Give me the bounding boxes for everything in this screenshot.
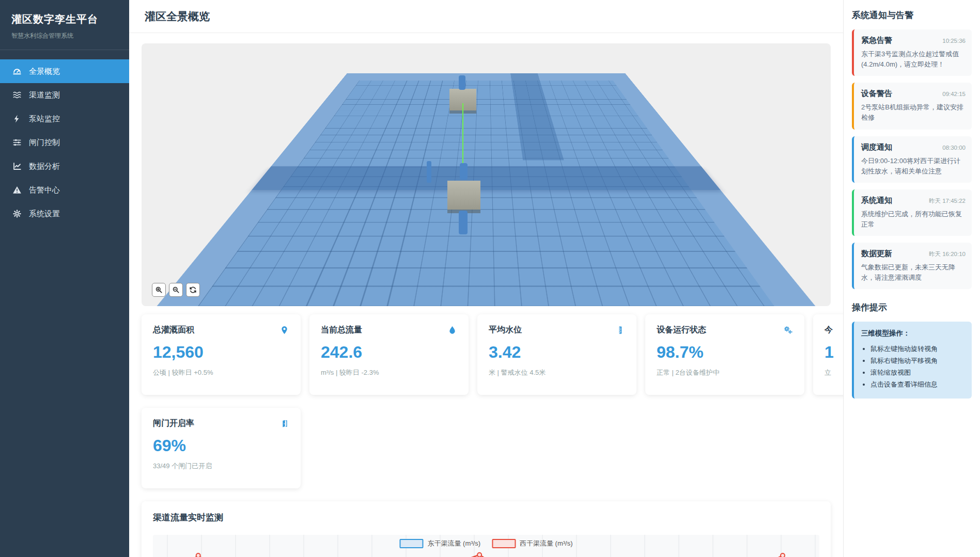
app-brand: 灌区数字孪生平台 智慧水利综合管理系统 xyxy=(0,0,129,50)
stat-title: 总灌溉面积 xyxy=(153,325,194,336)
notification-dispatch-notice[interactable]: 调度通知 08:30:00 今日9:00-12:00将对西干渠进行计划性放水，请… xyxy=(852,136,972,183)
pump-station-model[interactable] xyxy=(447,181,480,210)
sliders-icon xyxy=(12,138,22,147)
notification-time: 昨天 17:45:22 xyxy=(929,197,966,205)
chart-line-icon xyxy=(12,162,22,171)
tip-item: 鼠标左键拖动旋转视角 xyxy=(870,343,966,355)
sidebar-item-settings[interactable]: 系统设置 xyxy=(0,202,129,226)
viewer-controls xyxy=(152,283,200,297)
gears-icon xyxy=(783,325,793,335)
notification-device-warning[interactable]: 设备警告 09:42:15 2号泵站B机组振动异常，建议安排检修 xyxy=(852,83,972,129)
notification-body: 今日9:00-12:00将对西干渠进行计划性放水，请相关单位注意 xyxy=(861,156,966,177)
stat-footer: 正常 | 2台设备维护中 xyxy=(657,368,793,377)
pipe-cylinder xyxy=(460,163,468,180)
stat-card-gate-open-rate: 闸门开启率 69% 33/49 个闸门已开启 xyxy=(142,408,301,488)
notifications-panel: 系统通知与告警 紧急告警 10:25:36 东干渠3号监测点水位超过警戒值(4.… xyxy=(843,0,980,557)
stat-title: 闸门开启率 xyxy=(153,418,194,429)
sidebar-item-alert-center[interactable]: 告警中心 xyxy=(0,178,129,202)
stat-card-device-status: 设备运行状态 98.7% 正常 | 2台设备维护中 xyxy=(645,314,804,395)
tips-card: 三维模型操作： 鼠标左键拖动旋转视角 鼠标右键拖动平移视角 滚轮缩放视图 点击设… xyxy=(852,322,972,399)
notification-body: 气象数据已更新，未来三天无降水，请注意灌溉调度 xyxy=(861,262,966,283)
page-title: 灌区全景概览 xyxy=(145,9,210,24)
legend-item-west[interactable]: 西干渠流量 (m³/s) xyxy=(492,539,573,548)
sidebar-item-pump-monitor[interactable]: 泵站监控 xyxy=(0,107,129,131)
flow-chart-plot: 东干渠流量 (m³/s) 西干渠流量 (m³/s) 55 xyxy=(153,535,819,557)
legend-label: 东干渠流量 (m³/s) xyxy=(427,539,480,548)
legend-swatch-east xyxy=(399,539,423,548)
branch-channel xyxy=(510,73,564,161)
bolt-icon xyxy=(12,114,22,123)
droplet-icon xyxy=(447,325,457,335)
sidebar-item-data-analysis[interactable]: 数据分析 xyxy=(0,154,129,178)
notification-title: 系统通知 xyxy=(861,196,892,205)
stat-value: 69% xyxy=(153,436,289,455)
stat-title: 平均水位 xyxy=(489,325,522,336)
notifications-header: 系统通知与告警 xyxy=(852,9,972,21)
chart-title: 渠道流量实时监测 xyxy=(153,512,819,523)
gauge-icon xyxy=(12,67,22,76)
zoom-out-button[interactable] xyxy=(169,283,183,297)
stat-title: 今 xyxy=(825,325,833,336)
sidebar-nav: 全景概览 渠道监测 泵站监控 闸门控制 数据分析 告警中心 系统设置 xyxy=(0,59,129,226)
reset-view-icon xyxy=(189,286,197,294)
sidebar-item-label: 闸门控制 xyxy=(29,138,60,148)
stat-value: 12,560 xyxy=(153,343,289,362)
alert-triangle-icon xyxy=(12,185,22,195)
stats-row-2: 闸门开启率 69% 33/49 个闸门已开启 xyxy=(142,408,301,488)
stat-card-total-flow: 当前总流量 242.6 m³/s | 较昨日 -2.3% xyxy=(309,314,469,395)
main-content: 灌区全景概览 xyxy=(129,0,843,557)
sidebar-item-overview[interactable]: 全景概览 xyxy=(0,59,129,83)
terrain-grid xyxy=(142,81,831,306)
sidebar-item-channel-monitor[interactable]: 渠道监测 xyxy=(0,83,129,107)
notification-urgent-alert[interactable]: 紧急告警 10:25:36 东干渠3号监测点水位超过警戒值(4.2m/4.0m)… xyxy=(852,29,972,76)
door-open-icon xyxy=(279,419,289,428)
stat-title: 设备运行状态 xyxy=(657,325,706,336)
reset-view-button[interactable] xyxy=(186,283,200,297)
tips-title: 三维模型操作： xyxy=(861,329,966,338)
sensor-pillar xyxy=(427,161,431,183)
stat-value: 98.7% xyxy=(657,343,793,362)
stat-footer: 33/49 个闸门已开启 xyxy=(153,461,289,471)
stat-footer: 米 | 警戒水位 4.5米 xyxy=(489,368,625,377)
notification-title: 数据更新 xyxy=(861,249,892,259)
axis-helper-line xyxy=(462,103,463,163)
stat-footer: m³/s | 较昨日 -2.3% xyxy=(321,368,457,377)
notification-time: 08:30:00 xyxy=(942,145,966,151)
waves-icon xyxy=(12,90,22,100)
pipe-cylinder xyxy=(459,75,465,90)
notification-body: 2号泵站B机组振动异常，建议安排检修 xyxy=(861,102,966,123)
tips-header: 操作提示 xyxy=(852,301,972,313)
notification-time: 09:42:15 xyxy=(942,91,966,97)
east-west-channel xyxy=(252,167,721,190)
stat-footer: 立 xyxy=(825,368,843,377)
terrain-plane xyxy=(142,73,831,306)
stat-value: 3.42 xyxy=(489,343,625,362)
sidebar: 灌区数字孪生平台 智慧水利综合管理系统 全景概览 渠道监测 泵站监控 闸门控制 … xyxy=(0,0,129,557)
app-subtitle: 智慧水利综合管理系统 xyxy=(11,31,118,40)
topbar: 灌区全景概览 xyxy=(129,0,843,33)
stat-footer: 公顷 | 较昨日 +0.5% xyxy=(153,368,289,377)
stat-card-irrigated-area: 总灌溉面积 12,560 公顷 | 较昨日 +0.5% xyxy=(142,314,301,395)
sidebar-item-label: 泵站监控 xyxy=(29,114,60,124)
zoom-out-icon xyxy=(172,286,180,294)
app-title: 灌区数字孪生平台 xyxy=(11,12,118,26)
zoom-in-button[interactable] xyxy=(152,283,166,297)
sidebar-item-label: 告警中心 xyxy=(29,185,60,195)
notification-time: 昨天 16:20:10 xyxy=(929,250,966,258)
tip-item: 鼠标右键拖动平移视角 xyxy=(870,355,966,367)
sidebar-item-gate-control[interactable]: 闸门控制 xyxy=(0,131,129,154)
tip-item: 滚轮缩放视图 xyxy=(870,367,966,379)
notification-system-notice[interactable]: 系统通知 昨天 17:45:22 系统维护已完成，所有功能已恢复正常 xyxy=(852,189,972,236)
legend-item-east[interactable]: 东干渠流量 (m³/s) xyxy=(399,539,480,548)
zoom-in-icon xyxy=(155,286,163,294)
pipe-cylinder xyxy=(459,211,468,234)
gear-icon xyxy=(12,209,22,218)
viewer-3d-canvas[interactable] xyxy=(142,43,831,306)
sidebar-item-label: 系统设置 xyxy=(29,209,60,219)
stat-title: 当前总流量 xyxy=(321,325,362,336)
sidebar-item-label: 全景概览 xyxy=(29,67,60,76)
notification-title: 紧急告警 xyxy=(861,36,892,45)
notification-body: 东干渠3号监测点水位超过警戒值(4.2m/4.0m)，请立即处理！ xyxy=(861,49,966,70)
notification-data-update[interactable]: 数据更新 昨天 16:20:10 气象数据已更新，未来三天无降水，请注意灌溉调度 xyxy=(852,243,972,289)
legend-swatch-west xyxy=(492,539,516,548)
